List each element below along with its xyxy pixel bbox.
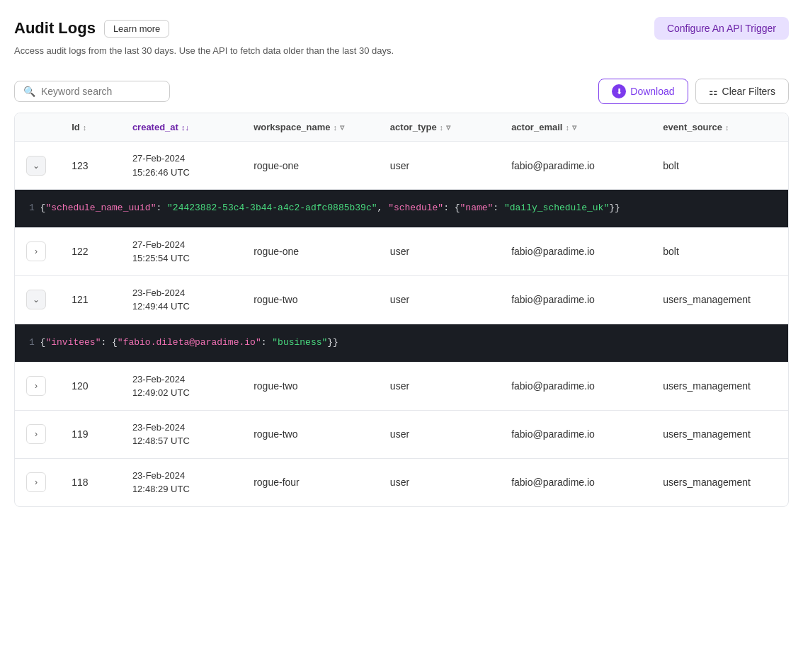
id-sort-icon[interactable]: ↕: [83, 123, 87, 132]
expand-cell: ›: [15, 227, 60, 275]
audit-logs-table: Id ↕ created_at ↕↓ workspace_name: [14, 113, 789, 507]
expand-cell: ›: [15, 362, 60, 410]
page-subtitle: Access audit logs from the last 30 days.…: [14, 45, 789, 56]
workspace-filter-icon[interactable]: ▿: [340, 123, 344, 132]
col-event-source: event_source ↕: [651, 113, 788, 142]
workspace-cell: rogue-one: [242, 227, 379, 275]
id-cell: 121: [60, 275, 121, 324]
created-at-cell: 23-Feb-202412:49:44 UTC: [121, 275, 242, 324]
created-at-cell: 23-Feb-202412:48:57 UTC: [121, 410, 242, 458]
actor-type-filter-icon[interactable]: ▿: [446, 123, 450, 132]
created-at-sort-icon[interactable]: ↕↓: [181, 123, 189, 132]
workspace-cell: rogue-four: [242, 458, 379, 506]
search-input[interactable]: [41, 86, 161, 97]
col-expand: [15, 113, 60, 142]
col-actor-email: actor_email ↕ ▿: [500, 113, 651, 142]
col-id: Id ↕: [60, 113, 121, 142]
actor-type-cell: user: [379, 458, 500, 506]
table-row: › 122 27-Feb-202415:25:54 UTC rogue-one …: [15, 227, 788, 275]
table-row: › 120 23-Feb-202412:49:02 UTC rogue-two …: [15, 362, 788, 410]
event-source-cell: users_management: [651, 458, 788, 506]
actor-email-cell: fabio@paradime.io: [500, 458, 651, 506]
clear-filters-button[interactable]: ⚏ Clear Filters: [695, 79, 789, 104]
id-cell: 123: [60, 142, 121, 190]
table-row: ⌄ 121 23-Feb-202412:49:44 UTC rogue-two …: [15, 275, 788, 324]
expand-button[interactable]: ›: [26, 376, 46, 396]
expand-button[interactable]: ›: [26, 424, 46, 444]
event-source-cell: users_management: [651, 362, 788, 410]
expand-button[interactable]: ›: [26, 472, 46, 492]
download-label: Download: [630, 86, 674, 97]
expand-button[interactable]: ›: [26, 241, 46, 261]
event-source-cell: users_management: [651, 275, 788, 324]
col-created-at: created_at ↕↓: [121, 113, 242, 142]
event-source-cell: users_management: [651, 410, 788, 458]
workspace-sort-icon[interactable]: ↕: [334, 123, 338, 132]
expanded-json-row: 1 {"invitees": {"fabio.dileta@paradime.i…: [15, 324, 788, 362]
filter-icon: ⚏: [709, 86, 718, 97]
learn-more-button[interactable]: Learn more: [104, 20, 169, 38]
json-content-cell: 1 {"schedule_name_uuid": "24423882-53c4-…: [15, 190, 788, 228]
download-button[interactable]: ⬇ Download: [598, 79, 688, 104]
toolbar-right: ⬇ Download ⚏ Clear Filters: [598, 79, 789, 104]
expand-cell: ›: [15, 410, 60, 458]
created-at-cell: 23-Feb-202412:48:29 UTC: [121, 458, 242, 506]
event-source-sort-icon[interactable]: ↕: [725, 123, 729, 132]
created-at-cell: 27-Feb-202415:25:54 UTC: [121, 227, 242, 275]
expand-cell: ›: [15, 458, 60, 506]
actor-email-cell: fabio@paradime.io: [500, 275, 651, 324]
id-cell: 120: [60, 362, 121, 410]
workspace-cell: rogue-two: [242, 410, 379, 458]
table-row: ⌄ 123 27-Feb-202415:26:46 UTC rogue-one …: [15, 142, 788, 190]
expand-cell: ⌄: [15, 275, 60, 324]
search-icon: 🔍: [23, 86, 35, 97]
expand-button[interactable]: ⌄: [26, 290, 46, 309]
expand-button[interactable]: ⌄: [26, 156, 46, 176]
configure-api-trigger-button[interactable]: Configure An API Trigger: [654, 17, 789, 40]
actor-type-cell: user: [379, 275, 500, 324]
table-header-row: Id ↕ created_at ↕↓ workspace_name: [15, 113, 788, 142]
actor-email-cell: fabio@paradime.io: [500, 227, 651, 275]
expand-cell: ⌄: [15, 142, 60, 190]
created-at-cell: 23-Feb-202412:49:02 UTC: [121, 362, 242, 410]
json-block: 1 {"schedule_name_uuid": "24423882-53c4-…: [15, 190, 788, 227]
actor-type-sort-icon[interactable]: ↕: [440, 123, 444, 132]
actor-type-cell: user: [379, 227, 500, 275]
workspace-cell: rogue-two: [242, 362, 379, 410]
clear-filters-label: Clear Filters: [722, 86, 775, 97]
toolbar: 🔍 ⬇ Download ⚏ Clear Filters: [14, 70, 789, 113]
col-workspace-name: workspace_name ↕ ▿: [242, 113, 379, 142]
created-at-cell: 27-Feb-202415:26:46 UTC: [121, 142, 242, 190]
id-cell: 118: [60, 458, 121, 506]
download-icon: ⬇: [612, 84, 626, 98]
actor-type-cell: user: [379, 410, 500, 458]
expanded-json-row: 1 {"schedule_name_uuid": "24423882-53c4-…: [15, 190, 788, 228]
table-row: › 118 23-Feb-202412:48:29 UTC rogue-four…: [15, 458, 788, 506]
event-source-cell: bolt: [651, 142, 788, 190]
search-box: 🔍: [14, 81, 170, 102]
actor-email-cell: fabio@paradime.io: [500, 362, 651, 410]
id-cell: 119: [60, 410, 121, 458]
actor-email-cell: fabio@paradime.io: [500, 142, 651, 190]
id-cell: 122: [60, 227, 121, 275]
event-source-cell: bolt: [651, 227, 788, 275]
workspace-cell: rogue-one: [242, 142, 379, 190]
json-content-cell: 1 {"invitees": {"fabio.dileta@paradime.i…: [15, 324, 788, 362]
actor-email-filter-icon[interactable]: ▿: [572, 123, 576, 132]
workspace-cell: rogue-two: [242, 275, 379, 324]
table-row: › 119 23-Feb-202412:48:57 UTC rogue-two …: [15, 410, 788, 458]
actor-type-cell: user: [379, 142, 500, 190]
page-title: Audit Logs: [14, 19, 96, 38]
json-block: 1 {"invitees": {"fabio.dileta@paradime.i…: [15, 324, 788, 362]
actor-email-sort-icon[interactable]: ↕: [565, 123, 569, 132]
actor-email-cell: fabio@paradime.io: [500, 410, 651, 458]
actor-type-cell: user: [379, 362, 500, 410]
col-actor-type: actor_type ↕ ▿: [379, 113, 500, 142]
